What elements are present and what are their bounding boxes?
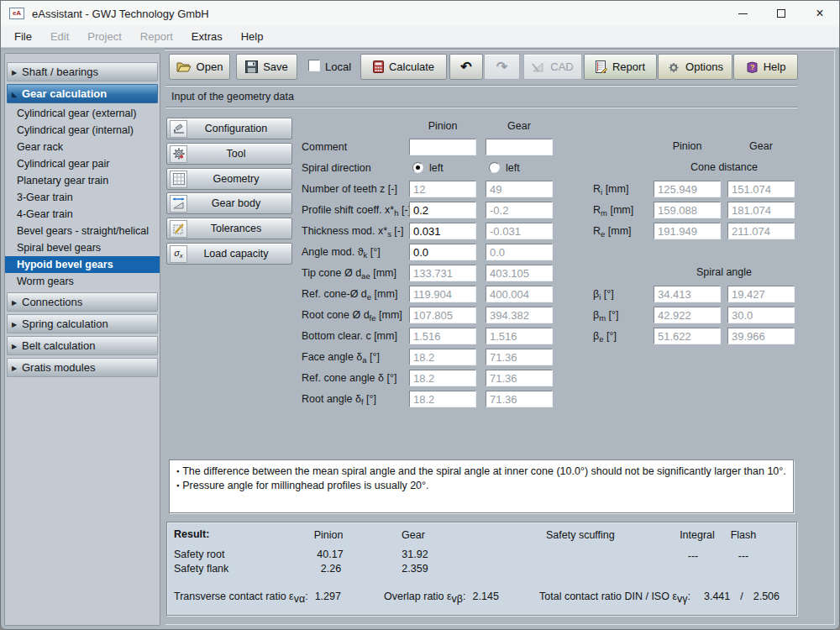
comment-gear-input[interactable]: [486, 139, 553, 155]
sidebar-item-cylindrical-gear-external[interactable]: Cylindrical gear (external): [5, 105, 160, 122]
ref-cone-angle-label: Ref. cone angle δ [°]: [302, 371, 396, 385]
ref-cone-angle-pinion-field: [409, 370, 476, 386]
root-angle-gear-field: [486, 391, 553, 407]
calculator-icon: [373, 60, 384, 73]
menu-file[interactable]: File: [6, 30, 40, 43]
sidebar-item-cylindrical-gear-pair[interactable]: Cylindrical gear pair: [5, 155, 160, 172]
angle-mod-label: Angle mod. ϑk [°]: [302, 245, 381, 262]
root-cone-label: Root cone Ø dfe [mm]: [302, 308, 402, 325]
tolerances-icon: [170, 220, 187, 238]
calculate-button[interactable]: Calculate: [360, 54, 447, 80]
redo-icon: ↷: [496, 59, 507, 75]
cone-distance-re-label: Re [mm]: [593, 224, 632, 241]
sidebar-item-worm-gears[interactable]: Worm gears: [5, 273, 160, 290]
help-label: Help: [764, 60, 786, 73]
window-controls: ×: [723, 1, 839, 26]
tool-gear-icon: [170, 145, 187, 163]
sidebar-category-connections[interactable]: ▶ Connections: [7, 292, 158, 312]
angle-mod-pinion-input[interactable]: [409, 244, 476, 260]
save-button[interactable]: Save: [236, 54, 297, 80]
safety-flank-label: Safety flank: [174, 563, 228, 575]
spiral-be-pinion-field: [654, 328, 721, 344]
sidebar-category-shaft-bearings[interactable]: ▶ Shaft / bearings: [7, 62, 158, 81]
comment-pinion-input[interactable]: [409, 139, 476, 155]
sidebar-item-spiral-bevel-gears[interactable]: Spiral bevel gears: [5, 239, 160, 256]
spiral-be-gear-field: [727, 328, 795, 344]
load-capacity-button[interactable]: σx Load capacity: [166, 243, 292, 265]
tool-button[interactable]: Tool: [166, 143, 292, 165]
root-angle-label: Root angle δf [°]: [302, 392, 376, 409]
sidebar-item-planetary-gear-train[interactable]: Planetary gear train: [5, 172, 160, 189]
cone-re-pinion-field: [654, 223, 721, 239]
ref-cone-pinion-field: [409, 286, 476, 302]
configuration-icon: [170, 120, 187, 138]
report-label: Report: [612, 60, 645, 73]
thickness-mod-label: Thickness mod. x*s [-]: [302, 224, 403, 241]
cone-rm-pinion-field: [654, 202, 721, 218]
options-button[interactable]: Options: [658, 54, 732, 80]
sidebar-item-gear-rack[interactable]: Gear rack: [5, 139, 160, 155]
divider: [165, 85, 797, 86]
gear-body-button[interactable]: Gear body: [166, 192, 292, 214]
spiral-angle-header: Spiral angle: [654, 266, 795, 278]
menu-bar: File Edit Project Report Extras Help: [1, 26, 839, 48]
open-button[interactable]: Open: [169, 54, 230, 80]
teeth-pinion-field: [409, 181, 476, 197]
safety-root-pinion-value: 40.17: [317, 549, 343, 560]
minimize-button[interactable]: [723, 1, 762, 26]
collapsed-arrow-icon: ▶: [12, 298, 17, 306]
sidebar-item-cylindrical-gear-internal[interactable]: Cylindrical gear (internal): [5, 122, 160, 139]
configuration-button[interactable]: Configuration: [166, 118, 292, 139]
gear-body-icon: [170, 195, 187, 213]
total-contact-ratio-iso-value: 2.506: [753, 591, 780, 602]
section-header: Input of the geometry data: [165, 87, 797, 106]
spiral-angle-bm-label: βm [°]: [593, 308, 619, 325]
total-contact-ratio: Total contact ratio DIN / ISO εvγ:3.441/…: [539, 591, 780, 605]
result-title: Result:: [174, 528, 209, 540]
sidebar-item-3-gear-train[interactable]: 3-Gear train: [5, 189, 160, 206]
angle-mod-gear-field: [486, 244, 553, 260]
tolerances-button[interactable]: Tolerances: [166, 218, 292, 239]
gear-body-label: Gear body: [187, 197, 285, 209]
ref-cone-angle-gear-field: [486, 370, 553, 386]
root-cone-gear-field: [486, 307, 553, 323]
undo-button[interactable]: ↶: [449, 54, 483, 80]
spiral-bm-gear-field: [727, 307, 795, 323]
sidebar-item-hypoid-bevel-gears[interactable]: Hypoid bevel gears: [5, 256, 160, 273]
report-button[interactable]: Report: [584, 54, 657, 80]
geometry-button[interactable]: Geometry: [166, 168, 292, 190]
spiral-bi-gear-field: [727, 286, 795, 302]
maximize-button[interactable]: [762, 1, 801, 26]
close-button[interactable]: ×: [801, 1, 839, 26]
number-of-teeth-label: Number of teeth z [-]: [302, 182, 397, 196]
sidebar-category-gear-calculation[interactable]: ◣ Gear calculation: [7, 84, 158, 103]
transverse-contact-ratio-value: 1.297: [315, 591, 341, 602]
sidebar-category-gratis-modules[interactable]: ▶ Gratis modules: [7, 358, 158, 377]
spiral-direction-gear-radio[interactable]: [489, 162, 500, 173]
local-checkbox[interactable]: [308, 60, 320, 71]
load-capacity-label: Load capacity: [187, 248, 285, 260]
thickness-mod-pinion-input[interactable]: [409, 223, 476, 239]
save-label: Save: [263, 60, 288, 73]
sidebar-category-label: Gear calculation: [22, 87, 107, 100]
options-tools-icon: [667, 60, 680, 74]
options-label: Options: [685, 60, 723, 73]
cone-distance-ri-label: Ri [mm]: [593, 182, 628, 199]
sidebar-category-label: Spring calculation: [22, 318, 108, 330]
sidebar-item-4-gear-train[interactable]: 4-Gear train: [5, 206, 160, 223]
spiral-direction-gear-radio-label: left: [506, 162, 520, 174]
sidebar-category-spring-calculation[interactable]: ▶ Spring calculation: [7, 314, 158, 333]
sidebar-category-belt-calculation[interactable]: ▶ Belt calculation: [7, 336, 158, 355]
menu-help[interactable]: Help: [233, 30, 272, 43]
help-button[interactable]: ? Help: [733, 54, 798, 80]
profile-shift-pinion-input[interactable]: [409, 202, 476, 218]
configuration-label: Configuration: [187, 123, 285, 134]
sidebar-item-bevel-gears[interactable]: Bevel gears - straight/helical: [5, 223, 160, 239]
close-icon: ×: [816, 7, 823, 20]
save-floppy-icon: [245, 60, 258, 73]
menu-extras[interactable]: Extras: [183, 30, 231, 43]
expanded-arrow-icon: ◣: [12, 90, 17, 97]
ref-cone-diameter-label: Ref. cone-Ø de [mm]: [302, 287, 397, 304]
title-bar: eA eAssistant - GWJ Technology GmbH ×: [1, 1, 839, 26]
spiral-direction-pinion-radio[interactable]: [412, 162, 423, 173]
